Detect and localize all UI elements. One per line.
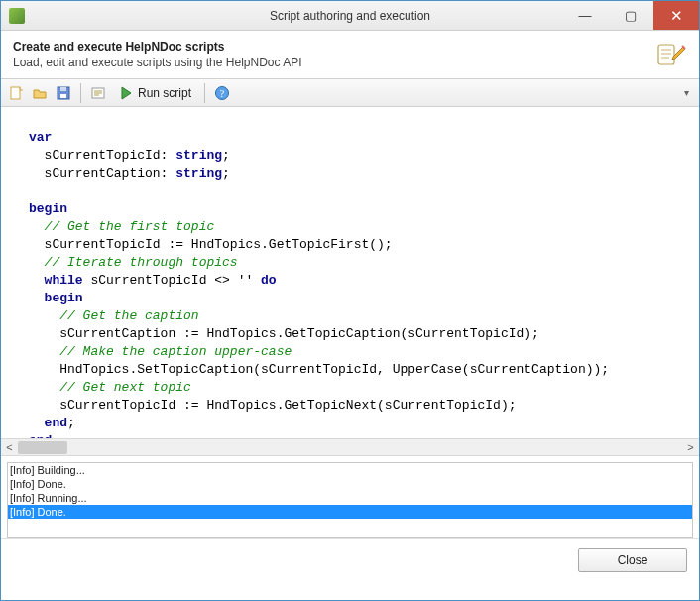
save-script-button[interactable] — [53, 82, 74, 104]
maximize-button[interactable]: ▢ — [608, 1, 653, 30]
svg-rect-4 — [60, 87, 66, 91]
code-editor[interactable]: var sCurrentTopicId: string; sCurrentCap… — [1, 107, 699, 456]
svg-rect-0 — [658, 45, 674, 64]
header-text: Create and execute HelpNDoc scripts Load… — [13, 40, 655, 69]
output-line: [Info] Running... — [8, 491, 692, 505]
close-button-label: Close — [618, 553, 648, 567]
app-icon — [9, 8, 25, 24]
scroll-track[interactable] — [18, 439, 682, 455]
toolbar-separator — [204, 83, 205, 103]
svg-text:?: ? — [220, 88, 225, 99]
scroll-right-arrow[interactable]: > — [682, 439, 699, 456]
minimize-button[interactable]: — — [562, 1, 608, 30]
script-pencil-icon — [655, 39, 687, 70]
toolbar-separator — [80, 83, 81, 103]
titlebar: Script authoring and execution — ▢ ✕ — [1, 1, 699, 31]
scroll-thumb[interactable] — [18, 441, 67, 454]
window-close-button[interactable]: ✕ — [653, 1, 699, 30]
scroll-left-arrow[interactable]: < — [1, 439, 18, 456]
svg-rect-3 — [60, 94, 66, 98]
run-script-button[interactable]: Run script — [111, 82, 198, 104]
toolbar-overflow-button[interactable]: ▾ — [678, 87, 695, 98]
header-panel: Create and execute HelpNDoc scripts Load… — [1, 31, 699, 79]
output-line: [Info] Done. — [8, 477, 692, 491]
run-script-label: Run script — [138, 86, 191, 100]
horizontal-scrollbar[interactable]: < > — [1, 438, 699, 455]
toolbar: Run script ? ▾ — [1, 79, 699, 107]
code-content: var sCurrentTopicId: string; sCurrentCap… — [1, 107, 699, 438]
header-subtitle: Load, edit and execute scripts using the… — [13, 56, 655, 69]
header-title: Create and execute HelpNDoc scripts — [13, 40, 655, 54]
svg-rect-1 — [11, 87, 20, 99]
output-panel[interactable]: [Info] Building... [Info] Done. [Info] R… — [7, 462, 693, 538]
open-script-button[interactable] — [29, 82, 51, 104]
help-button[interactable]: ? — [211, 82, 233, 104]
new-script-button[interactable] — [5, 82, 27, 104]
footer: Close — [1, 538, 699, 581]
close-button[interactable]: Close — [578, 548, 687, 572]
window-controls: — ▢ ✕ — [562, 1, 699, 30]
build-button[interactable] — [87, 82, 109, 104]
output-line-selected[interactable]: [Info] Done. — [8, 505, 692, 519]
play-icon — [118, 85, 134, 101]
output-line: [Info] Building... — [8, 463, 692, 477]
